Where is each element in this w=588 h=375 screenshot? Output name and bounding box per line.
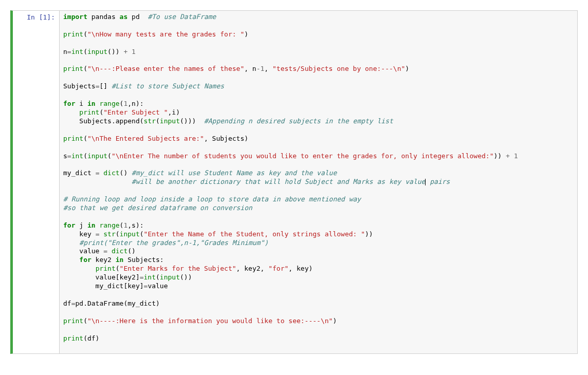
code-input-area[interactable]: import pandas as pd #To use DataFrame pr… [63, 13, 574, 351]
cell-prompt-label: In [1]: [13, 13, 59, 22]
code-cell[interactable]: In [1]: import pandas as pd #To use Data… [10, 10, 578, 354]
cell-prompt-col: In [1]: [13, 11, 59, 353]
input-area-wrap[interactable]: import pandas as pd #To use DataFrame pr… [59, 11, 577, 353]
